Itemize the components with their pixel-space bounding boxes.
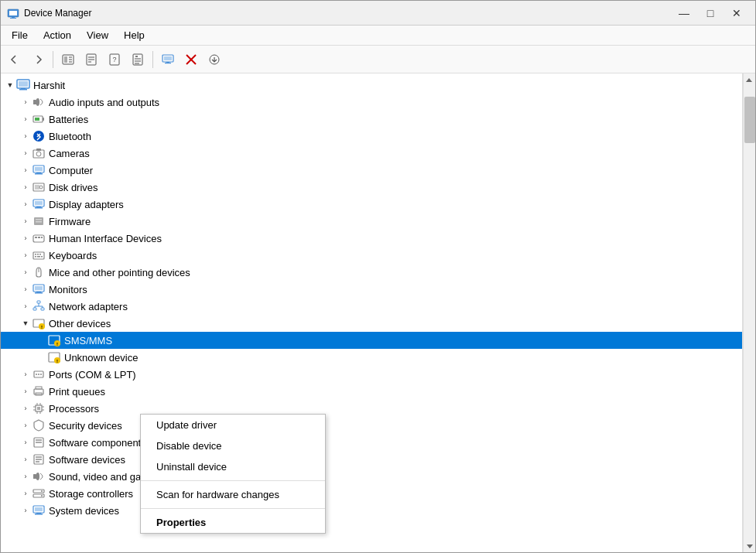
svg-rect-53 (33, 235, 44, 242)
tree-item-network[interactable]: › Network adapters (1, 298, 742, 315)
scrollbar[interactable] (743, 73, 755, 552)
tree-item-firmware[interactable]: › Firmware (1, 213, 742, 230)
properties-button[interactable] (80, 49, 102, 70)
tree-item-monitors[interactable]: › Monitors (1, 281, 742, 298)
svg-point-37 (36, 152, 41, 156)
svg-rect-103 (36, 439, 42, 441)
scroll-down-button[interactable] (744, 540, 755, 552)
expand-arrow-unknown (35, 351, 47, 364)
minimize-button[interactable]: — (672, 4, 696, 22)
menu-help[interactable]: Help (116, 27, 152, 43)
tree-item-computer[interactable]: › Computer (1, 162, 742, 179)
tree-item-print[interactable]: › Print queues (1, 383, 742, 400)
tree-item-storage[interactable]: › Storage controllers (1, 485, 742, 502)
menu-file[interactable]: File (4, 27, 36, 43)
tree-item-disk[interactable]: › Disk drives (1, 179, 742, 196)
context-menu-scan-hardware[interactable]: Scan for hardware changes (141, 484, 325, 505)
back-button[interactable] (4, 49, 26, 70)
expand-arrow-audio[interactable]: › (19, 96, 32, 108)
menu-action[interactable]: Action (36, 27, 79, 43)
expand-arrow-root[interactable]: ▼ (4, 79, 16, 91)
expand-arrow-software-comp[interactable]: › (19, 436, 32, 449)
tree-item-system[interactable]: › System devices (1, 502, 742, 519)
tree-item-label-unknown: Unknown device (64, 352, 742, 364)
tree-item-sms[interactable]: ! SMS/MMS (1, 332, 742, 349)
expand-arrow-hid[interactable]: › (19, 232, 32, 244)
expand-arrow-sound[interactable]: › (19, 470, 32, 483)
svg-point-112 (41, 490, 43, 492)
device-manager-window: Device Manager — □ ✕ File Action View He… (0, 0, 756, 553)
computer-button[interactable] (157, 49, 179, 70)
svg-rect-34 (35, 118, 39, 121)
scrollbar-thumb[interactable] (744, 97, 755, 143)
svg-rect-28 (19, 81, 28, 87)
tree-item-processors[interactable]: › Processors (1, 400, 742, 417)
expand-arrow-cameras[interactable]: › (19, 147, 32, 159)
tree-item-label-computer: Computer (49, 165, 742, 176)
content-area: ▼ Harshit › (1, 73, 755, 552)
expand-arrow-ports[interactable]: › (19, 368, 32, 381)
window-title: Device Manager (24, 8, 91, 19)
tree-item-display[interactable]: › Display adapters (1, 196, 742, 213)
tree-item-audio[interactable]: › Audio inputs and outputs (1, 94, 742, 111)
expand-arrow-network[interactable]: › (19, 300, 32, 312)
scroll-up-button[interactable] (744, 73, 754, 86)
menu-view[interactable]: View (79, 27, 116, 43)
svg-rect-104 (36, 442, 42, 443)
context-menu-disable-device[interactable]: Disable device (141, 435, 325, 456)
expand-arrow-mice[interactable]: › (19, 266, 32, 278)
maximize-button[interactable]: □ (698, 4, 723, 22)
forward-button[interactable] (27, 49, 49, 70)
expand-arrow-security[interactable]: › (19, 419, 32, 432)
expand-arrow-keyboards[interactable]: › (19, 249, 32, 261)
help-button[interactable]: ? (104, 49, 125, 70)
svg-rect-62 (37, 256, 40, 258)
context-menu-uninstall-device[interactable]: Uninstall device (141, 456, 325, 477)
tree-item-mice[interactable]: › Mice and other pointing devices (1, 264, 742, 281)
expand-arrow-print[interactable]: › (19, 385, 32, 398)
context-menu-update-driver[interactable]: Update driver (141, 415, 325, 435)
svg-rect-33 (43, 118, 44, 121)
update-driver-button[interactable] (204, 49, 225, 70)
tree-item-software-devices[interactable]: › Software devices (1, 451, 742, 468)
expand-arrow-software-dev[interactable]: › (19, 453, 32, 466)
tree-item-bluetooth[interactable]: › Bluetooth (1, 128, 742, 145)
expand-arrow-computer[interactable]: › (19, 164, 32, 176)
tree-item-software-components[interactable]: › Software components (1, 434, 742, 451)
tree-item-unknown[interactable]: ! Unknown device (1, 349, 742, 366)
tree-item-label-bluetooth: Bluetooth (49, 131, 742, 142)
close-button[interactable]: ✕ (724, 4, 749, 22)
context-menu-properties[interactable]: Properties (141, 512, 325, 533)
tree-item-label-ports: Ports (COM & LPT) (49, 369, 742, 381)
tree-item-batteries[interactable]: › Batteries (1, 111, 742, 128)
expand-arrow-display[interactable]: › (19, 198, 32, 210)
tree-root-harshit[interactable]: ▼ Harshit (1, 77, 742, 94)
tree-item-hid[interactable]: › Human Interface Devices (1, 230, 742, 247)
expand-arrow-system[interactable]: › (19, 504, 32, 517)
tree-item-label-sms: SMS/MMS (64, 335, 742, 346)
about-button[interactable] (127, 49, 149, 70)
display-icon (32, 197, 46, 211)
tree-item-sound[interactable]: › Sound, video and game controllers (1, 468, 742, 485)
remove-button[interactable] (180, 49, 202, 70)
tree-item-keyboards[interactable]: › Keyboards (1, 247, 742, 264)
svg-rect-107 (36, 459, 42, 460)
expand-arrow-disk[interactable]: › (19, 181, 32, 193)
expand-arrow-processors[interactable]: › (19, 402, 32, 415)
svg-point-86 (36, 374, 37, 375)
expand-arrow-storage[interactable]: › (19, 487, 32, 500)
tree-item-other[interactable]: ▼ ! Other devices (1, 315, 742, 332)
tree-item-ports[interactable]: › Ports (COM & LPT) (1, 366, 742, 383)
expand-arrow-other[interactable]: ▼ (19, 317, 32, 329)
svg-rect-67 (36, 292, 41, 292)
expand-arrow-bluetooth[interactable]: › (19, 130, 32, 142)
tree-item-label-monitors: Monitors (49, 284, 742, 295)
show-hide-button[interactable] (57, 49, 79, 70)
tree-panel[interactable]: ▼ Harshit › (1, 73, 743, 552)
expand-arrow-batteries[interactable]: › (19, 113, 32, 125)
expand-arrow-firmware[interactable]: › (19, 215, 32, 227)
tree-item-cameras[interactable]: › Cameras (1, 145, 742, 162)
tree-item-label-mice: Mice and other pointing devices (49, 267, 742, 278)
expand-arrow-monitors[interactable]: › (19, 283, 32, 295)
tree-item-security[interactable]: › Security devices (1, 417, 742, 434)
